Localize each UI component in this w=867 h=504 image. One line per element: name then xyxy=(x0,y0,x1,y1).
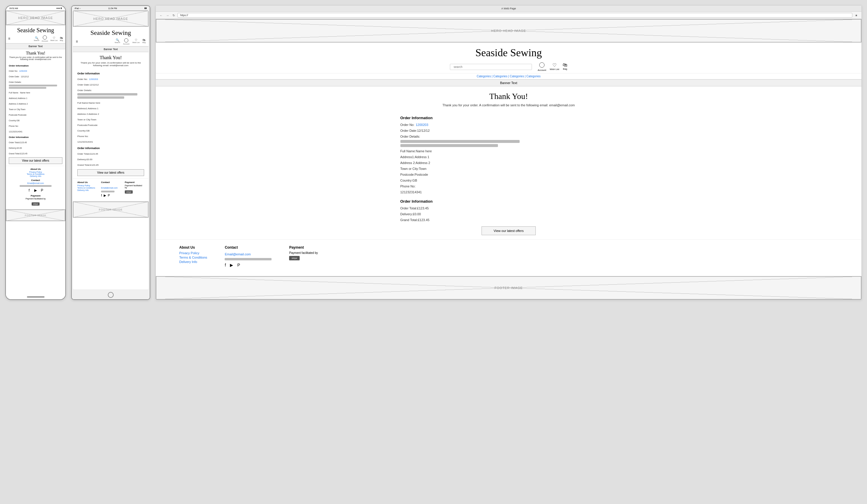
desktop-order-no-link[interactable]: 1200203 xyxy=(416,123,428,127)
tablet-facebook-icon[interactable]: f xyxy=(101,194,102,197)
bookmark-button[interactable]: ★ xyxy=(854,13,858,17)
mobile-wishlist-icon[interactable]: ♡Wish List xyxy=(50,36,57,41)
tablet-email[interactable]: Email@email.com xyxy=(101,187,118,189)
desktop-banner: Banner Text xyxy=(156,79,861,86)
tablet-hero-label: HERO HEAD IMAGE xyxy=(94,17,128,21)
desktop-payment-col: Payment Payment facilitated by stripe xyxy=(289,245,318,267)
desktop-social-icons: f ▶ P xyxy=(225,263,271,267)
desktop-wishlist-icon[interactable]: ♡ Wish List xyxy=(550,62,559,72)
tablet-privacy-link[interactable]: Privacy Policy xyxy=(77,184,97,186)
tablet-payment-text: Payment facilitated by xyxy=(125,184,144,189)
desktop-terms-link[interactable]: Terms & Conditions xyxy=(179,256,207,259)
mobile-confirmation-text: Thank you for your order. A confirmation… xyxy=(6,56,65,62)
tablet-home-button[interactable] xyxy=(72,290,150,299)
mobile-cta[interactable]: View our latest offers xyxy=(9,157,62,164)
mobile-footer: About Us Privacy Policy Terms & Conditio… xyxy=(6,166,65,208)
desktop-email-bar xyxy=(225,258,271,260)
tablet-time: 11:54 PM xyxy=(108,7,117,9)
desktop-detail-bar-2 xyxy=(400,144,498,147)
desktop-contact-col: Contact Email@email.com f ▶ P xyxy=(225,245,271,267)
desktop-account-icon[interactable]: Account xyxy=(538,62,546,72)
desktop-email[interactable]: Email@email.com xyxy=(225,253,251,256)
desktop-stripe-badge: stripe xyxy=(289,256,300,260)
tablet-cta[interactable]: View our latest offers xyxy=(77,169,144,176)
tablet-footer-image: FOOTER IMAGE xyxy=(73,202,149,217)
mobile-account-icon[interactable]: Account xyxy=(42,35,48,42)
mobile-indicators: ●●● ▮ xyxy=(56,7,62,9)
desktop-delivery-link[interactable]: Delivery Info xyxy=(179,260,207,264)
tablet-pinterest-icon[interactable]: P xyxy=(108,194,110,197)
desktop-scroll[interactable]: HERO HEAD IMAGE Seaside Sewing Account ♡… xyxy=(156,19,861,300)
tablet-stripe-badge: stripe xyxy=(125,190,133,194)
desktop-footer: About Us Privacy Policy Terms & Conditio… xyxy=(156,239,861,273)
desktop-pinterest-icon[interactable]: P xyxy=(237,263,240,267)
tablet-hero-image: HERO HEAD IMAGE xyxy=(73,11,149,26)
mobile-youtube-icon[interactable]: ▶ xyxy=(33,188,38,193)
mobile-privacy-link[interactable]: Privacy Policy xyxy=(9,171,62,173)
tablet-account-icon[interactable]: Account xyxy=(123,39,129,45)
tablet-bag-icon[interactable]: 🛍Bag xyxy=(142,39,146,45)
desktop-facebook-icon[interactable]: f xyxy=(225,263,226,267)
desktop-categories[interactable]: Categories | Categories | Categories | C… xyxy=(156,74,861,79)
mobile-cta-button[interactable]: View our latest offers xyxy=(9,157,62,164)
mobile-order-info-2: Order Information Order Total:£123.45 De… xyxy=(6,136,65,156)
tablet-confirmation-text: Thank you for your order. A confirmation… xyxy=(73,62,149,69)
tablet-menu-icon[interactable]: ☰ xyxy=(76,40,78,43)
desktop-bag-icon[interactable]: 🛍 Bag xyxy=(563,62,567,72)
mobile-site-title: Seaside Sewing xyxy=(6,25,65,34)
tablet-screen[interactable]: HERO HEAD IMAGE Seaside Sewing ☰ 🔍Search… xyxy=(73,11,149,289)
tablet-contact-col: Contact Email@email.com f ▶ P xyxy=(101,181,120,197)
desktop-detail-bar-1 xyxy=(400,140,520,143)
mobile-footer-image-label: FOOTER IMAGE xyxy=(25,214,46,217)
refresh-button[interactable]: ↻ xyxy=(172,13,176,17)
desktop-payment-text: Payment facilitated by xyxy=(289,251,318,255)
tablet-delivery-link[interactable]: Delivery Info xyxy=(77,189,97,191)
mobile-nav: ☰ 🔍Search Account ♡Wish List 🛍Bag xyxy=(6,34,65,43)
desktop-privacy-link[interactable]: Privacy Policy xyxy=(179,251,207,255)
tablet-contact-heading: Contact xyxy=(101,181,120,184)
mobile-hero-label: HERO HEAD IMAGE xyxy=(18,16,53,20)
tablet-about-col: About Us Privacy Policy Terms & Conditio… xyxy=(77,181,97,197)
tablet-order-no-link[interactable]: 1200203 xyxy=(89,78,98,81)
mobile-about-heading: About Us xyxy=(9,168,62,170)
mobile-footer-image: FOOTER IMAGE xyxy=(6,210,65,221)
mobile-search-icon[interactable]: 🔍Search xyxy=(34,36,39,41)
desktop-cta-button[interactable]: View our latest offers xyxy=(482,226,535,235)
mobile-bag-icon[interactable]: 🛍Bag xyxy=(60,36,63,41)
tablet-youtube-icon[interactable]: ▶ xyxy=(104,194,106,197)
desktop-title-bar: A Web Page xyxy=(156,6,861,12)
tablet-social-icons: f ▶ P xyxy=(101,194,120,197)
tablet-terms-link[interactable]: Terms & Conditions xyxy=(77,187,97,189)
back-button[interactable]: ← xyxy=(159,13,163,17)
mobile-pinterest-icon[interactable]: P xyxy=(40,188,44,193)
mobile-delivery-link[interactable]: Delivery Info xyxy=(9,175,62,177)
desktop-youtube-icon[interactable]: ▶ xyxy=(230,263,233,267)
mobile-menu-icon[interactable]: ☰ xyxy=(8,37,10,40)
tablet-cta-button[interactable]: View our latest offers xyxy=(77,169,144,176)
mobile-payment-text: Payment facilitated by xyxy=(9,198,62,200)
mobile-facebook-icon[interactable]: f xyxy=(27,188,32,193)
desktop-search-input[interactable] xyxy=(450,64,532,70)
desktop-window-title: A Web Page xyxy=(502,7,516,10)
mobile-scroll-area[interactable]: HERO HEAD IMAGE Seaside Sewing ☰ 🔍Search… xyxy=(6,11,65,294)
forward-button[interactable]: → xyxy=(165,13,170,17)
desktop-hero-image: HERO HEAD IMAGE xyxy=(156,19,861,42)
tablet-banner: Banner Text xyxy=(73,46,149,52)
mobile-hero-image: HERO HEAD IMAGE xyxy=(6,11,65,25)
mobile-email[interactable]: Email@email.com xyxy=(9,182,62,184)
mobile-social-icons: f ▶ P xyxy=(9,188,62,193)
desktop-cta[interactable]: View our latest offers xyxy=(156,226,861,235)
mobile-payment-heading: Payment xyxy=(9,194,62,197)
tablet-order-info-1: Order Information Order No: 1200203 Orde… xyxy=(73,72,149,144)
tablet-about-heading: About Us xyxy=(77,181,97,184)
tablet-wishlist-icon[interactable]: ♡Wish List xyxy=(132,39,139,45)
mobile-contact-heading: Contact xyxy=(9,179,62,182)
mobile-order-no-link[interactable]: 1200203 xyxy=(19,70,27,72)
desktop-toolbar: ← → ↻ ★ xyxy=(156,12,861,19)
mobile-detail-bar-1 xyxy=(9,85,57,86)
tablet-site-title: Seaside Sewing xyxy=(73,26,149,37)
address-bar[interactable] xyxy=(178,13,852,18)
mobile-terms-link[interactable]: Terms & Conditions xyxy=(9,173,62,175)
tablet-search-icon[interactable]: 🔍Search xyxy=(115,39,120,45)
tablet-payment-heading: Payment xyxy=(125,181,144,184)
